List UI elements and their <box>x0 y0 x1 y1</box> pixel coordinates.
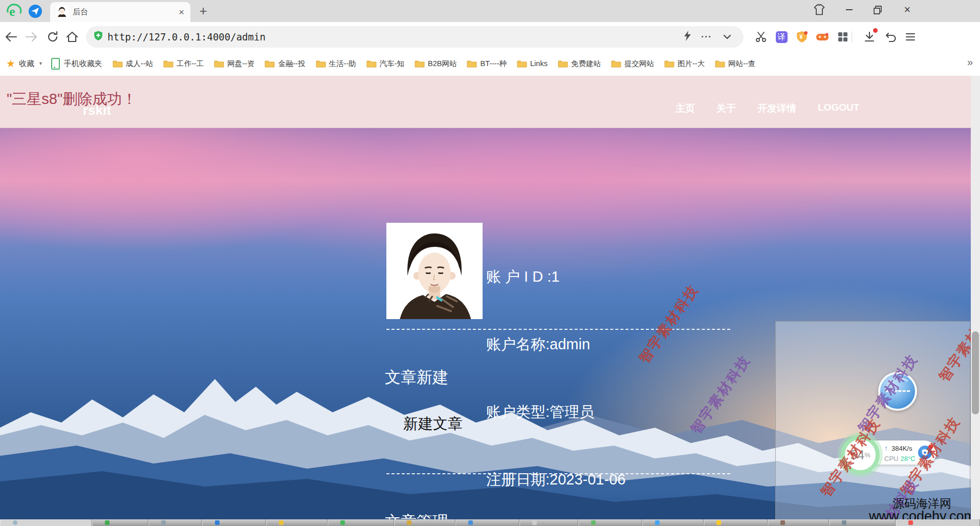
bookmark-folder[interactable]: 生活--助 <box>316 59 356 69</box>
bookmark-folder[interactable]: 提交网站 <box>611 59 654 69</box>
reload-icon[interactable] <box>45 29 60 45</box>
taskbar-app[interactable] <box>642 519 704 526</box>
section-new-article-heading: 文章新建 <box>385 367 448 388</box>
taskbar-app[interactable] <box>202 519 266 526</box>
download-icon[interactable] <box>862 29 877 45</box>
minimize-button[interactable] <box>842 2 856 17</box>
taskbar-app[interactable] <box>704 519 768 526</box>
dashed-divider <box>386 473 730 474</box>
avatar <box>386 223 483 319</box>
undo-icon[interactable] <box>883 29 899 45</box>
dashed-divider <box>386 329 730 330</box>
messenger-plane-icon[interactable] <box>29 5 42 20</box>
account-type: 账户类型:管理员 <box>486 401 625 423</box>
url-text[interactable]: http://127.0.0.1:4000/admin <box>107 31 266 43</box>
account-id: 账 户 I D :1 <box>486 265 625 288</box>
svg-text:¥: ¥ <box>799 33 803 40</box>
translate-icon[interactable]: 译 <box>774 29 789 45</box>
security-shield-icon[interactable] <box>93 30 103 44</box>
favorites-root[interactable]: 收藏 <box>19 59 34 69</box>
close-button[interactable]: × <box>901 2 914 17</box>
alert-message: "三星s8"删除成功！ <box>7 89 137 110</box>
bookmark-folder[interactable]: 汽车-知 <box>366 59 404 69</box>
taskbar-app[interactable] <box>578 519 642 526</box>
bookmarks-bar: ★ 收藏 ▼ 手机收藏夹 成人--站 工作--工 网盘--资 金融--投 生活-… <box>0 51 980 76</box>
bookmark-folder[interactable]: 图片--大 <box>664 59 705 69</box>
apps-grid-icon[interactable] <box>835 29 851 45</box>
bookmarks-overflow-icon[interactable]: » <box>967 56 973 68</box>
taskbar-app[interactable] <box>394 519 455 526</box>
taskbar-app[interactable] <box>768 519 829 526</box>
taskbar-app[interactable] <box>829 519 896 526</box>
scrollbar-thumb[interactable] <box>972 331 979 414</box>
bookmark-folder[interactable]: 金融--投 <box>265 59 305 69</box>
back-icon[interactable] <box>4 29 19 45</box>
theme-skin-icon[interactable] <box>813 2 826 17</box>
taskbar-app[interactable] <box>455 519 519 526</box>
new-article-link[interactable]: 新建文章 <box>403 414 463 434</box>
restore-button[interactable] <box>871 2 884 17</box>
page-viewport: rskit "三星s8"删除成功！ 主页 关于 开发详情 LOGOUT <box>0 76 980 526</box>
page-scrollbar[interactable] <box>971 76 980 526</box>
bookmark-folder[interactable]: B2B网站 <box>415 59 456 69</box>
mobile-bookmarks-icon[interactable] <box>51 58 60 70</box>
cpu-temp: CPU28°C <box>884 455 916 462</box>
bookmark-folder[interactable]: 工作--工 <box>163 59 204 69</box>
forward-icon[interactable] <box>24 29 39 45</box>
toolbar-divider <box>852 31 852 43</box>
svg-text:e: e <box>9 4 15 19</box>
bookmark-mobile-favorites[interactable]: 手机收藏夹 <box>64 59 102 69</box>
browser-tab[interactable]: 后台 × <box>50 2 190 22</box>
bookmark-folder[interactable]: 网站--查 <box>715 59 755 69</box>
address-bar[interactable]: http://127.0.0.1:4000/admin ··· <box>86 26 744 48</box>
menu-icon[interactable] <box>903 29 918 45</box>
upload-arrow-icon: ↑ <box>884 444 888 452</box>
browser-360-logo-icon[interactable]: e <box>5 2 23 22</box>
browser-window: e 后台 × + <box>0 0 980 526</box>
taskbar-app[interactable] <box>328 519 394 526</box>
windows-taskbar <box>0 519 980 526</box>
account-info: 账 户 I D :1 账户名称:admin 账户类型:管理员 注册日期:2023… <box>486 220 625 526</box>
bookmark-folder[interactable]: BT----种 <box>467 59 507 69</box>
toolbar: http://127.0.0.1:4000/admin ··· 译 ¥ <box>0 22 980 51</box>
taskbar-app[interactable] <box>896 519 980 526</box>
nav-dev-details[interactable]: 开发详情 <box>757 102 796 115</box>
tab-close-icon[interactable]: × <box>179 7 184 18</box>
bookmark-folder[interactable]: 免费建站 <box>558 59 601 69</box>
taskbar-app[interactable] <box>148 519 202 526</box>
nav-logout[interactable]: LOGOUT <box>818 102 859 115</box>
gamepad-icon[interactable] <box>815 29 830 45</box>
bookmark-folder[interactable]: 网盘--资 <box>214 59 254 69</box>
more-dots-icon[interactable]: ··· <box>701 32 712 43</box>
titlebar: e 后台 × + <box>0 0 980 22</box>
favorites-caret-icon[interactable]: ▼ <box>38 61 43 66</box>
home-icon[interactable] <box>64 29 80 45</box>
taskbar-app[interactable] <box>92 519 148 526</box>
tab-title: 后台 <box>73 7 179 17</box>
taskbar-app[interactable] <box>519 519 578 526</box>
bookmark-folder[interactable]: 成人--站 <box>113 59 153 69</box>
lightning-icon[interactable] <box>683 30 692 44</box>
network-speed: ↑ 384K/s <box>884 444 912 452</box>
favorites-star-icon[interactable]: ★ <box>6 57 15 70</box>
account-date: 注册日期:2023-01-06 <box>486 468 625 491</box>
bookmark-folder[interactable]: Links <box>517 59 548 68</box>
main-nav: 主页 关于 开发详情 LOGOUT <box>676 102 859 115</box>
taskbar-app[interactable] <box>0 519 92 526</box>
screenshot-scissors-icon[interactable] <box>753 29 769 45</box>
chevron-down-icon[interactable] <box>723 32 731 41</box>
nav-about[interactable]: 关于 <box>716 102 736 115</box>
wallet-shield-icon[interactable]: ¥ <box>794 29 810 45</box>
nav-home[interactable]: 主页 <box>676 102 695 115</box>
alert-bar: rskit "三星s8"删除成功！ 主页 关于 开发详情 LOGOUT <box>0 76 980 128</box>
tab-favicon <box>56 6 68 19</box>
account-name: 账户名称:admin <box>486 333 625 355</box>
taskbar-app[interactable] <box>266 519 328 526</box>
new-tab-button[interactable]: + <box>195 3 211 18</box>
